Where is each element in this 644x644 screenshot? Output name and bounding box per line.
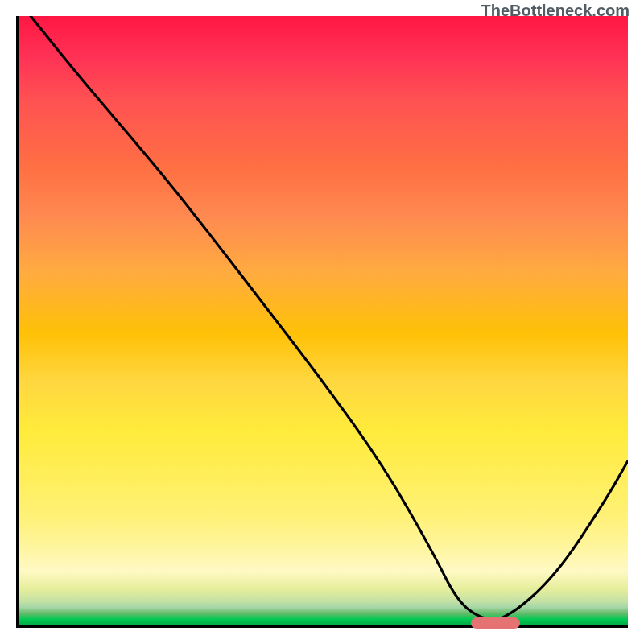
chart-container: TheBottleneck.com <box>0 0 644 644</box>
optimal-range-marker <box>471 617 520 629</box>
plot-area <box>16 16 628 628</box>
bottleneck-curve <box>19 16 628 625</box>
